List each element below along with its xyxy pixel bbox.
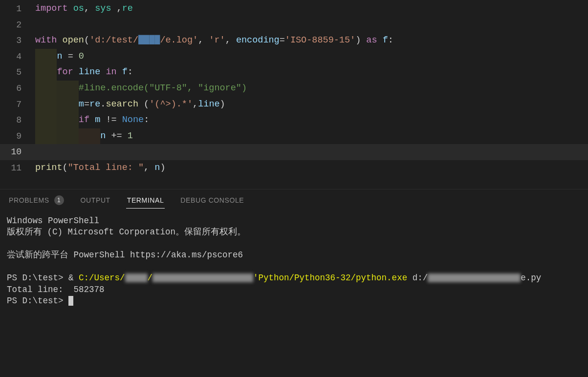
terminal-prompt: PS D:\test> xyxy=(7,296,68,306)
tab-label: DEBUG CONSOLE xyxy=(180,196,244,204)
line-number: 10 xyxy=(0,144,35,160)
code-content[interactable]: n = 0 xyxy=(35,49,588,65)
code-content[interactable]: for line in f: xyxy=(35,64,588,81)
line-number: 7 xyxy=(0,97,35,113)
code-content[interactable] xyxy=(35,144,588,160)
code-line[interactable]: 4 n = 0 xyxy=(0,49,588,65)
tab-label: PROBLEMS xyxy=(9,196,49,204)
code-line[interactable]: 1 import os, sys ,re xyxy=(0,1,588,17)
code-content[interactable]: print("Total line: ", n) xyxy=(35,160,588,176)
line-number: 11 xyxy=(0,160,35,176)
problems-badge: 1 xyxy=(54,195,64,205)
panel-tabs: PROBLEMS 1 OUTPUT TERMINAL DEBUG CONSOLE xyxy=(0,189,588,209)
line-number: 6 xyxy=(0,81,35,97)
terminal-line: Windows PowerShell xyxy=(7,216,99,226)
code-line[interactable]: 9 n += 1 xyxy=(0,128,588,145)
code-content[interactable]: #line.encode("UTF-8", "ignore") xyxy=(35,81,588,97)
line-number: 3 xyxy=(0,33,35,49)
censored-text xyxy=(125,273,148,282)
line-number: 1 xyxy=(0,1,35,17)
code-content[interactable] xyxy=(35,17,588,33)
code-line[interactable]: 7 m=re.search ('(^>).*',line) xyxy=(0,97,588,113)
line-number: 9 xyxy=(0,128,35,145)
terminal-cmd-arg: e.py xyxy=(521,273,541,283)
code-line[interactable]: 6 #line.encode("UTF-8", "ignore") xyxy=(0,81,588,97)
tab-terminal[interactable]: TERMINAL xyxy=(126,192,165,209)
censored-text xyxy=(428,273,521,282)
line-number: 8 xyxy=(0,112,35,128)
code-line[interactable]: 3 with open('d:/test/████/e.log', 'r', e… xyxy=(0,33,588,49)
tab-label: OUTPUT xyxy=(81,196,110,204)
code-line[interactable]: 5 for line in f: xyxy=(0,64,588,81)
code-line[interactable]: 8 if m != None: xyxy=(0,112,588,128)
tab-label: TERMINAL xyxy=(127,196,164,204)
terminal-cursor xyxy=(68,296,73,306)
code-content[interactable]: m=re.search ('(^>).*',line) xyxy=(35,97,588,113)
line-number: 5 xyxy=(0,64,35,81)
code-content[interactable]: with open('d:/test/████/e.log', 'r', enc… xyxy=(35,33,588,49)
terminal-line: 版权所有 (C) Microsoft Corporation。保留所有权利。 xyxy=(7,227,246,237)
code-line[interactable]: 11 print("Total line: ", n) xyxy=(0,160,588,176)
code-line-current[interactable]: 10 xyxy=(0,144,588,160)
line-number: 2 xyxy=(0,17,35,33)
terminal-cmd: C:/Users//'Python/Python36-32/python.exe xyxy=(79,273,407,283)
terminal-output: Total line: 582378 xyxy=(7,285,105,294)
tab-output[interactable]: OUTPUT xyxy=(80,192,111,209)
terminal-prompt: PS D:\test> xyxy=(7,273,68,283)
line-number: 4 xyxy=(0,49,35,65)
terminal-content[interactable]: Windows PowerShell 版权所有 (C) Microsoft Co… xyxy=(0,209,588,313)
code-content[interactable]: import os, sys ,re xyxy=(35,1,588,17)
censored-text xyxy=(152,273,253,282)
tab-problems[interactable]: PROBLEMS 1 xyxy=(8,191,65,209)
terminal-line: 尝试新的跨平台 PowerShell https://aka.ms/pscore… xyxy=(7,250,243,260)
code-editor[interactable]: 1 import os, sys ,re 2 3 with open('d:/t… xyxy=(0,0,588,176)
tab-debug-console[interactable]: DEBUG CONSOLE xyxy=(179,192,245,209)
terminal-amp: & xyxy=(68,273,79,283)
code-content[interactable]: if m != None: xyxy=(35,112,588,128)
code-line[interactable]: 2 xyxy=(0,17,588,33)
code-content[interactable]: n += 1 xyxy=(35,128,588,145)
terminal-cmd-arg: d:/ xyxy=(407,273,428,283)
bottom-panel: PROBLEMS 1 OUTPUT TERMINAL DEBUG CONSOLE… xyxy=(0,189,588,377)
